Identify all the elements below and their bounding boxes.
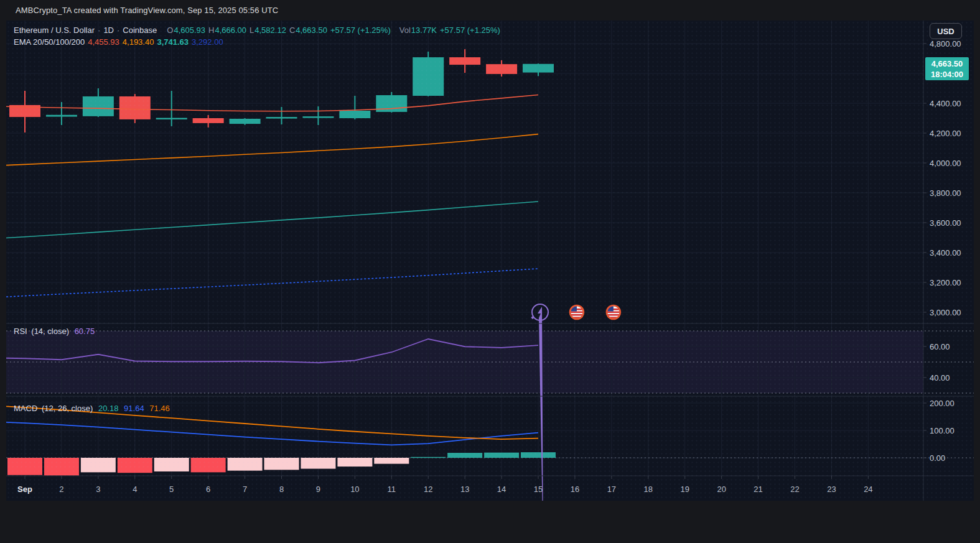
macd-line-value: 91.64 <box>124 404 144 413</box>
high-value: 4,666.00 <box>215 26 246 35</box>
rsi-pane-header: RSI (14, close) 60.75 <box>14 327 98 336</box>
attribution-bar: AMBCrypto_TA created with TradingView.co… <box>0 0 980 21</box>
macd-signal-value: 71.46 <box>149 404 170 413</box>
attribution-text: AMBCrypto_TA created with TradingView.co… <box>16 6 278 15</box>
footer-bar: TradingView @ Moon5labs <box>0 501 980 543</box>
open-value: 4,605.93 <box>174 26 205 35</box>
last-price-badge: 4,663.50 18:04:00 <box>925 57 969 80</box>
screenshot-root: AMBCrypto_TA created with TradingView.co… <box>0 0 980 543</box>
exchange: Coinbase <box>123 26 157 35</box>
rsi-params: (14, close) <box>31 327 69 336</box>
currency-toggle-button[interactable]: USD <box>930 23 962 39</box>
time-scale[interactable] <box>6 476 923 501</box>
change-value: +57.57 (+1.25%) <box>330 26 391 35</box>
last-price: 4,663.50 <box>931 58 963 69</box>
ema20-value: 4,455.93 <box>88 37 119 47</box>
tradingview-widget: 4,800.004,400.004,200.004,000.003,800.00… <box>6 21 974 501</box>
volume-value: 13.77K <box>411 26 437 35</box>
ema-header: EMA 20/50/100/200 4,455.93 4,193.40 3,74… <box>14 37 226 47</box>
volume-label: Vol <box>399 26 411 35</box>
us-flag-event-icon <box>607 305 620 319</box>
volume-change: +57.57 (+1.25%) <box>440 26 500 35</box>
ema-label[interactable]: EMA 20/50/100/200 <box>14 37 85 47</box>
currency-label: USD <box>937 27 954 36</box>
macd-params: (12, 26, close) <box>42 404 93 413</box>
close-label: C <box>289 26 295 35</box>
ema200-value: 3,292.00 <box>192 37 223 47</box>
macd-hist-value: 20.18 <box>98 404 119 413</box>
rsi-value: 60.75 <box>75 327 95 336</box>
ema50-value: 4,193.40 <box>123 37 154 47</box>
close-value: 4,663.50 <box>296 26 327 35</box>
price-scale[interactable] <box>923 21 974 476</box>
rsi-title[interactable]: RSI <box>14 327 27 336</box>
low-label: L <box>250 26 254 35</box>
separator: · <box>117 26 119 35</box>
open-label: O <box>167 26 173 35</box>
us-flag-event-icon <box>570 305 584 319</box>
high-label: H <box>208 26 214 35</box>
ema100-value: 3,741.63 <box>157 37 189 47</box>
macd-pane-header: MACD (12, 26, close) 20.18 91.64 71.46 <box>14 404 173 413</box>
low-value: 4,582.12 <box>254 26 286 35</box>
interval[interactable]: 1D <box>103 26 114 35</box>
separator: · <box>98 26 100 35</box>
symbol-title[interactable]: Ethereum / U.S. Dollar <box>14 26 95 35</box>
chart-canvas[interactable]: 4,800.004,400.004,200.004,000.003,800.00… <box>6 21 974 501</box>
symbol-header: Ethereum / U.S. Dollar · 1D · Coinbase O… <box>14 26 503 35</box>
macd-title[interactable]: MACD <box>14 404 37 413</box>
bar-countdown: 18:04:00 <box>931 69 963 80</box>
